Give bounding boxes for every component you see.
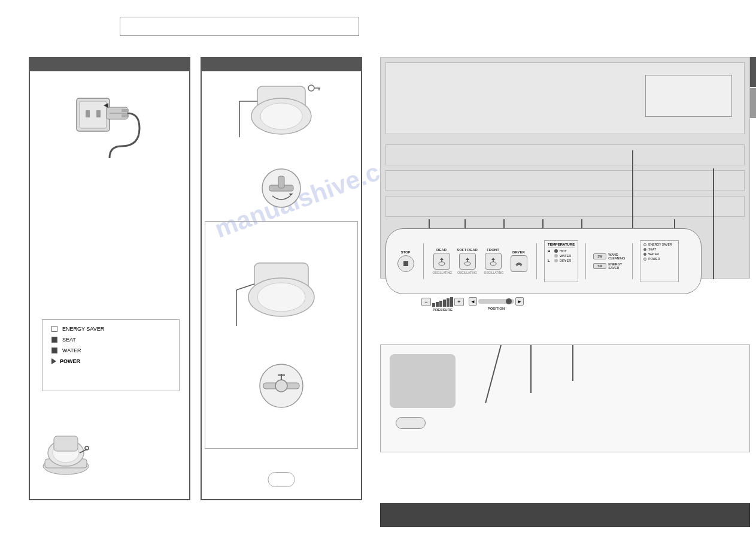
led-s-water: WATER — [643, 252, 675, 256]
switch-row-wand: SW WANDCLEANING — [593, 253, 625, 260]
stop-button[interactable] — [397, 255, 414, 272]
led-status-section: ENERGY SAVER SEAT WATER POWER — [640, 240, 679, 282]
pressure-bars — [432, 297, 453, 307]
pressure-plus-button[interactable]: + — [454, 298, 464, 306]
soft-rear-button[interactable] — [459, 253, 476, 270]
front-button[interactable] — [485, 253, 502, 270]
pbar-4 — [443, 300, 446, 307]
temperature-section: TEMPERATURE H HOT WATER L DRYER — [544, 240, 578, 282]
switch-section: SW WANDCLEANING SW ENERGYSAVER — [593, 253, 625, 270]
wand-cleaning-switch[interactable]: SW — [593, 253, 606, 259]
svg-point-35 — [275, 380, 287, 392]
position-bar: ◄ ► — [469, 297, 524, 306]
temperature-label: TEMPERATURE — [548, 243, 575, 248]
led-arrow-power — [51, 358, 56, 364]
pressure-section: − + PRESSURE — [421, 297, 464, 312]
led-s-seat-dot — [643, 248, 646, 251]
temp-h-dot — [554, 249, 558, 253]
svg-point-45 — [490, 262, 496, 265]
led-s-seat-label: SEAT — [648, 247, 656, 251]
dryer-button[interactable] — [511, 255, 527, 272]
stop-button-group: STOP — [395, 250, 416, 272]
divider-3 — [585, 243, 586, 279]
led-box-water — [51, 347, 57, 353]
switch-row-energy: SW ENERGYSAVER — [593, 262, 625, 270]
pbar-2 — [436, 302, 439, 307]
rear-button-group: REAR OSCILLATING — [431, 248, 452, 274]
rear-label: REAR — [436, 248, 447, 252]
svg-rect-38 — [403, 261, 408, 266]
plug-illustration — [36, 77, 183, 173]
temp-m-dot — [554, 254, 558, 258]
svg-point-42 — [464, 262, 470, 265]
diagram-sub2 — [385, 144, 745, 165]
front-label: FRONT — [487, 248, 499, 252]
mid-panel — [201, 57, 362, 500]
temp-row-l: L DRYER — [548, 259, 575, 262]
svg-rect-26 — [278, 176, 284, 188]
toilet-small-illustration — [39, 430, 105, 475]
wand-cleaning-label: WANDCLEANING — [608, 253, 625, 260]
svg-rect-8 — [122, 114, 129, 117]
svg-point-21 — [308, 85, 314, 91]
temp-row-h: H HOT — [548, 249, 575, 253]
remote-line-1 — [485, 345, 501, 403]
svg-rect-2 — [86, 110, 90, 117]
svg-point-39 — [439, 262, 445, 265]
position-right-button[interactable]: ► — [515, 297, 524, 306]
temp-l-label: L — [548, 259, 552, 262]
dryer-button-group: DRYER — [508, 250, 529, 272]
diagram-box-topright — [645, 75, 732, 117]
pbar-5 — [447, 298, 450, 307]
temp-hot-label: HOT — [560, 249, 567, 253]
temp-h-label: H — [548, 249, 552, 253]
pbar-1 — [432, 303, 435, 307]
title-bar — [120, 17, 359, 36]
mid-panel-header — [202, 58, 361, 71]
position-section: ◄ ► POSITION — [469, 297, 524, 312]
svg-point-30 — [257, 283, 305, 312]
pressure-bar: − + — [421, 297, 464, 307]
remote-line-2 — [530, 345, 532, 393]
control-panel-area: STOP REAR OSCI — [385, 228, 702, 294]
position-track — [478, 299, 514, 304]
remote-small-button[interactable] — [396, 417, 426, 429]
energy-saver-switch[interactable]: SW — [593, 263, 606, 269]
led-s-energy: ENERGY SAVER — [643, 243, 675, 246]
pbar-6 — [450, 297, 453, 307]
temp-dryer-label: DRYER — [560, 259, 571, 262]
led-seat: SEAT — [51, 337, 170, 343]
position-left-button[interactable]: ◄ — [469, 297, 477, 306]
diagram-sub1 — [385, 62, 745, 134]
led-energy-saver: ENERGY SAVER — [51, 326, 170, 332]
temp-l-dot — [554, 259, 558, 262]
soft-rear-sublabel: OSCILLATING — [457, 271, 477, 274]
page-indicator — [268, 472, 295, 487]
svg-rect-7 — [122, 109, 129, 112]
divider-1 — [423, 243, 424, 279]
led-label-seat: SEAT — [62, 337, 76, 343]
remote-line-3 — [572, 345, 573, 381]
soft-rear-label: SOFT REAR — [457, 248, 478, 252]
diagram-sub3 — [385, 170, 745, 191]
led-s-power-dot — [643, 258, 646, 261]
diagram-section: STOP REAR OSCI — [380, 57, 750, 279]
temp-water-label: WATER — [560, 254, 571, 258]
rear-sublabel: OSCILLATING — [433, 271, 451, 274]
soft-rear-button-group: SOFT REAR OSCILLATING — [457, 248, 478, 274]
led-box-seat — [51, 337, 57, 343]
rear-button[interactable] — [433, 253, 450, 270]
front-button-group: FRONT OSCILLATING — [482, 248, 503, 274]
front-sublabel: OSCILLATING — [484, 271, 502, 274]
led-s-energy-label: ENERGY SAVER — [648, 243, 672, 246]
left-panel-header — [30, 58, 189, 71]
led-s-power-label: POWER — [648, 257, 660, 261]
bottom-dark-section — [380, 503, 750, 527]
dryer-label: DRYER — [512, 250, 525, 254]
svg-marker-41 — [440, 258, 444, 260]
led-water: WATER — [51, 347, 170, 353]
install-top-illustrations — [208, 77, 355, 215]
led-power: POWER — [51, 358, 170, 364]
install-bottom-box — [205, 221, 358, 449]
pressure-minus-button[interactable]: − — [421, 298, 431, 306]
